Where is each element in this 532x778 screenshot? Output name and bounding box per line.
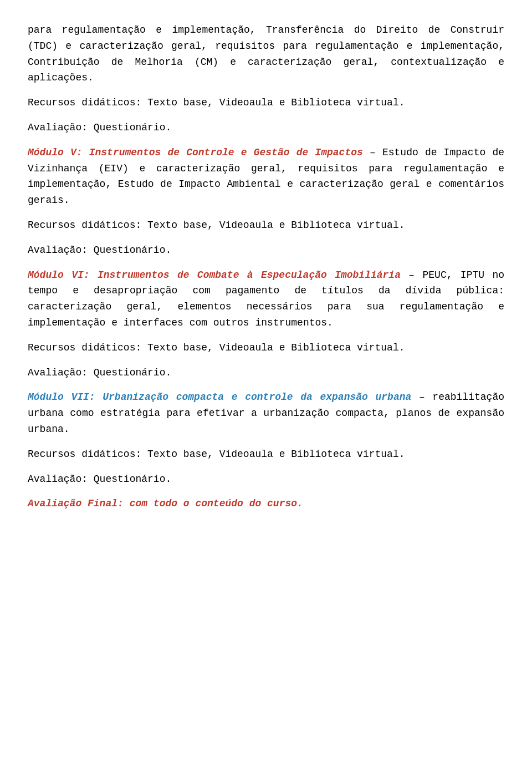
- intro-text: para regulamentação e implementação, Tra…: [28, 22, 504, 86]
- modulo5-paragraph: Módulo V: Instrumentos de Controle e Ges…: [28, 145, 504, 209]
- recursos3-text: Recursos didáticos: Texto base, Videoaul…: [28, 340, 504, 356]
- modulo5-dash: –: [363, 147, 376, 158]
- avaliacao4-block: Avaliação: Questionário.: [28, 471, 504, 487]
- recursos2-block: Recursos didáticos: Texto base, Videoaul…: [28, 217, 504, 233]
- modulo5-title: Módulo V: Instrumentos de Controle e Ges…: [28, 147, 363, 158]
- intro-paragraph: para regulamentação e implementação, Tra…: [28, 22, 504, 86]
- recursos4-block: Recursos didáticos: Texto base, Videoaul…: [28, 446, 504, 462]
- recursos1-block: Recursos didáticos: Texto base, Videoaul…: [28, 95, 504, 111]
- modulo5-block: Módulo V: Instrumentos de Controle e Ges…: [28, 145, 504, 209]
- recursos3-block: Recursos didáticos: Texto base, Videoaul…: [28, 340, 504, 356]
- modulo7-title: Módulo VII: Urbanização compacta e contr…: [28, 391, 411, 403]
- modulo6-title: Módulo VI: Instrumentos de Combate à Esp…: [28, 269, 401, 281]
- avaliacao2-block: Avaliação: Questionário.: [28, 242, 504, 258]
- modulo6-dash: –: [401, 269, 415, 281]
- avaliacao3-block: Avaliação: Questionário.: [28, 365, 504, 381]
- avaliacao3-text: Avaliação: Questionário.: [28, 365, 504, 381]
- avaliacao4-text: Avaliação: Questionário.: [28, 471, 504, 487]
- final-avaliacao-paragraph: Avaliação Final: com todo o conteúdo do …: [28, 496, 504, 512]
- avaliacao1-block: Avaliação: Questionário.: [28, 120, 504, 136]
- modulo7-block: Módulo VII: Urbanização compacta e contr…: [28, 389, 504, 437]
- modulo7-paragraph: Módulo VII: Urbanização compacta e contr…: [28, 389, 504, 437]
- recursos2-text: Recursos didáticos: Texto base, Videoaul…: [28, 217, 504, 233]
- modulo7-dash: –: [411, 391, 424, 403]
- modulo6-block: Módulo VI: Instrumentos de Combate à Esp…: [28, 267, 504, 331]
- avaliacao1-text: Avaliação: Questionário.: [28, 120, 504, 136]
- final-avaliacao-block: Avaliação Final: com todo o conteúdo do …: [28, 496, 504, 512]
- final-avaliacao-text: Avaliação Final: com todo o conteúdo do …: [28, 498, 303, 509]
- recursos4-text: Recursos didáticos: Texto base, Videoaul…: [28, 446, 504, 462]
- avaliacao2-text: Avaliação: Questionário.: [28, 242, 504, 258]
- recursos1-text: Recursos didáticos: Texto base, Videoaul…: [28, 95, 504, 111]
- modulo6-paragraph: Módulo VI: Instrumentos de Combate à Esp…: [28, 267, 504, 331]
